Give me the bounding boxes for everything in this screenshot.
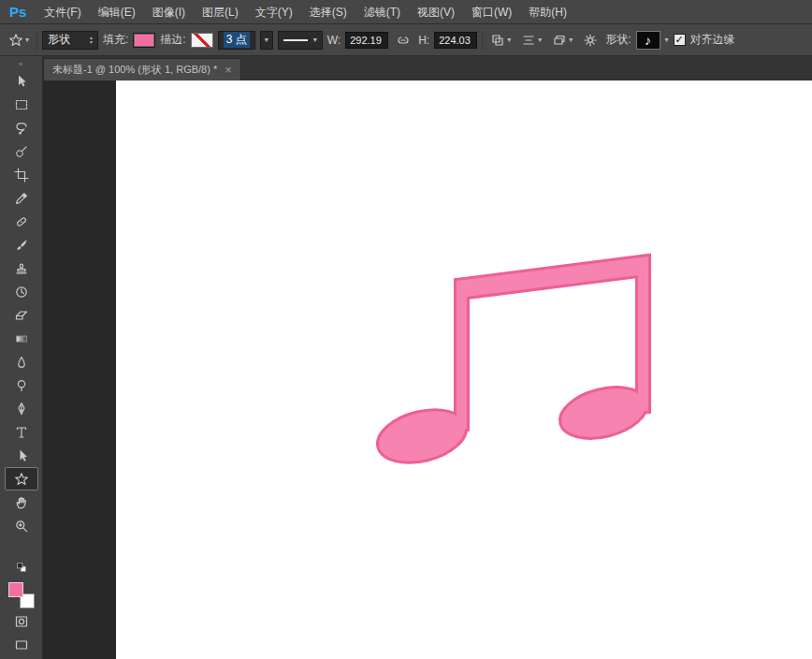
screen-mode-button[interactable] [14,637,29,655]
path-alignment-button[interactable]: ▾ [518,31,544,50]
chevron-down-icon: ▾ [538,37,542,44]
tool-mode-value: 形状 [48,32,84,48]
stroke-label: 描边: [160,32,185,48]
fill-color-swatch[interactable] [133,33,155,48]
solid-line-icon [283,39,308,41]
eraser-tool[interactable] [5,303,38,327]
crop-tool[interactable] [5,163,38,186]
path-operations-icon [490,33,505,48]
blur-tool[interactable] [5,350,38,373]
document-tab-title: 未标题-1 @ 100% (形状 1, RGB/8) * [52,63,217,77]
geometry-options-button[interactable] [580,31,601,50]
eyedropper-tool[interactable] [5,186,38,210]
divider [36,30,37,51]
clone-stamp-tool[interactable] [5,256,38,280]
gradient-tool[interactable] [5,327,38,350]
foreground-color-swatch[interactable] [8,582,23,597]
chevron-down-icon: ▾ [569,37,573,44]
history-brush-tool[interactable] [5,280,38,303]
close-icon[interactable]: × [225,63,232,77]
menu-type[interactable]: 文字(Y) [247,0,301,24]
quick-mask-button[interactable] [14,614,29,632]
divider [482,30,483,51]
link-dimensions-button[interactable] [393,31,413,50]
tool-preset-picker[interactable]: ▾ [6,31,32,50]
chevron-down-icon[interactable]: ▾ [665,37,669,44]
quick-selection-tool[interactable] [5,139,38,163]
menu-view[interactable]: 视图(V) [409,0,463,24]
move-tool[interactable] [5,69,38,93]
fill-label: 填充: [103,32,128,48]
path-operations-button[interactable]: ▾ [487,31,514,50]
stroke-width-value: 3 点 [224,32,250,48]
shape-tool-preset-icon [8,33,23,48]
align-edges-label: 对齐边缘 [690,32,735,48]
menu-file[interactable]: 文件(F) [36,0,89,24]
shape-height-input[interactable]: 224.03 [434,32,477,49]
photoshop-logo: Ps [6,4,36,20]
zoom-tool[interactable] [5,514,38,537]
toolbar-bottom-widgets [8,561,35,655]
tools-panel: » [0,56,43,659]
workspace-background [43,81,812,659]
chevron-down-icon: ▾ [25,37,29,44]
path-arrangement-button[interactable]: ▾ [549,31,575,50]
chevron-down-icon: ▾ [313,37,317,44]
menu-layer[interactable]: 图层(L) [194,0,247,24]
toolbar-collapse-button[interactable]: » [0,58,42,69]
align-lines-icon [521,33,536,48]
photoshop-window: Ps 文件(F) 编辑(E) 图像(I) 图层(L) 文字(Y) 选择(S) 滤… [0,0,812,659]
menu-filter[interactable]: 滤镜(T) [355,0,409,24]
marquee-tool[interactable] [5,93,38,116]
shape-width-input[interactable]: 292.19 [345,32,388,49]
chevron-updown-icon: ▴▾ [90,36,93,45]
stroke-width-field[interactable]: 3 点 [218,31,255,50]
color-swatches [8,582,35,608]
default-colors-button[interactable] [15,561,28,577]
width-label: W: [327,34,341,47]
document-canvas[interactable] [116,81,812,659]
brush-tool[interactable] [5,233,38,256]
stroke-color-swatch[interactable] [191,33,213,48]
custom-shape-tool[interactable] [5,467,38,491]
menu-edit[interactable]: 编辑(E) [90,0,144,24]
stroke-style-select[interactable]: ▾ [278,31,323,50]
height-label: H: [418,34,429,47]
tool-mode-select[interactable]: 形状 ▴▾ [42,31,98,50]
menu-select[interactable]: 选择(S) [301,0,355,24]
menu-bar: Ps 文件(F) 编辑(E) 图像(I) 图层(L) 文字(Y) 选择(S) 滤… [0,0,812,24]
chevron-down-icon: ▾ [265,37,268,44]
pen-tool[interactable] [5,397,38,420]
dodge-tool[interactable] [5,373,38,397]
music-note-shape[interactable] [116,81,812,659]
chevron-down-icon: ▾ [507,37,511,44]
path-selection-tool[interactable] [5,444,38,467]
shape-picker-label: 形状: [605,32,631,48]
menu-image[interactable]: 图像(I) [144,0,194,24]
align-edges-checkbox[interactable]: ✓ [674,34,686,46]
tool-options-bar: ▾ 形状 ▴▾ 填充: 描边: 3 点 ▾ ▾ W: 292.19 H: 2 [0,24,812,56]
music-note-icon: ♪ [645,33,651,48]
healing-brush-tool[interactable] [5,210,38,233]
type-tool[interactable] [5,420,38,444]
menu-help[interactable]: 帮助(H) [520,0,575,24]
chain-link-icon [396,33,411,48]
lasso-tool[interactable] [5,116,38,139]
document-tab[interactable]: 未标题-1 @ 100% (形状 1, RGB/8) * × [43,58,241,81]
arrange-layers-icon [552,33,567,48]
hand-tool[interactable] [5,491,38,514]
stroke-width-dropdown-button[interactable]: ▾ [260,31,273,50]
menu-window[interactable]: 窗口(W) [463,0,520,24]
gear-icon [583,33,598,48]
document-tab-strip: 未标题-1 @ 100% (形状 1, RGB/8) * × [43,56,812,81]
custom-shape-preview[interactable]: ♪ [636,31,660,50]
